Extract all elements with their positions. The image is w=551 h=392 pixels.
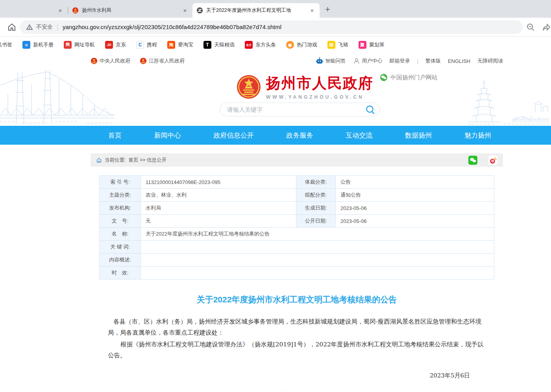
meta-label: 公开日期: (296, 215, 336, 228)
meta-value-publish-date: 2023-05-06 (336, 215, 494, 228)
bookmark-tmall[interactable]: T 天猫精选 (203, 41, 235, 49)
bookmark-fliggy[interactable]: 猪 飞猪 (327, 41, 348, 49)
tab-close-icon[interactable]: × (57, 7, 64, 14)
meta-value-validity (141, 267, 494, 280)
meta-value-title: 关于2022年度扬州市水利工程文明工地考核结果的公告 (141, 228, 494, 241)
juhuasuan-icon: 聚 (359, 41, 366, 49)
nav-data-yangzhou[interactable]: 数据扬州 (405, 131, 432, 140)
meta-value-agency: 水利局 (141, 202, 296, 215)
portal-link[interactable]: 中国扬州门户网站 (380, 74, 438, 81)
tab-yangzhou-water-bureau[interactable]: 扬州市水利局 × (68, 3, 192, 18)
meta-label: 关 键 词: (100, 241, 141, 254)
national-emblem-icon (236, 74, 261, 99)
nav-news-center[interactable]: 新闻中心 (154, 131, 181, 140)
article-body: 关于2022年度扬州市水利工程文明工地考核结果的公告 各县（市、区）水利（务）局… (108, 294, 486, 392)
content-area: 当前位置: 首页 >> 信息公开 索 引 号: 113210000144070 (91, 153, 503, 392)
link-jiangsu-government[interactable]: 江苏省人民政府 (140, 57, 185, 64)
user-center-link[interactable]: 用户中心 (353, 57, 383, 64)
mailbox-login-link[interactable]: 邮箱登录 (390, 57, 410, 64)
bookmark-label: 网址导航 (74, 41, 95, 48)
meta-value-group: 通知公告 (336, 189, 494, 202)
nav-charming-yangzhou[interactable]: 魅力扬州 (464, 131, 491, 140)
bookmark-label: 热门游戏 (297, 41, 317, 48)
table-row: 索 引 号: 11321000014407098E-2023-095 体裁分类:… (100, 176, 494, 189)
site-title: 扬州市人民政府 (266, 74, 373, 93)
search-input[interactable] (227, 106, 365, 113)
bookmark-nav-site[interactable]: 网 网址导航 (64, 41, 95, 49)
weibo-share-icon[interactable] (488, 156, 497, 165)
new-tab-button[interactable]: + (320, 4, 336, 18)
breadcrumb-location-label: 当前位置: (105, 157, 126, 164)
emblem-icon (91, 57, 98, 64)
nav-site-icon: 网 (64, 41, 72, 49)
home-icon[interactable] (7, 22, 17, 32)
link-central-government[interactable]: 中央人民政府 (91, 57, 130, 64)
bookmark-label: 京东 (116, 41, 126, 48)
ctrip-icon: C (136, 41, 144, 49)
url-text[interactable]: yangzhou.gov.cn/yzszxxgk/slj/202305/210c… (63, 24, 281, 30)
emblem-favicon-icon (72, 7, 79, 14)
table-row: 主题分类: 农业、林业、水利 组配分类: 通知公告 (100, 189, 494, 202)
tab-close-icon[interactable]: × (309, 7, 316, 14)
breadcrumb-path[interactable]: 首页 >> 信息公开 (128, 157, 166, 164)
tab-active-announcement[interactable]: 关于2022年度扬州市水利工程文明工地 × (192, 3, 320, 18)
games-icon: ◉ (286, 41, 294, 49)
tab-partial[interactable]: × (0, 3, 68, 18)
tab-title: 扬州市水利局 (82, 7, 178, 14)
bookmark-jd[interactable]: JD 京东 (105, 41, 126, 49)
bookmark-games[interactable]: ◉ 热门游戏 (286, 41, 317, 49)
meta-label: 内容概述: (100, 254, 141, 267)
wechat-icon (380, 74, 388, 81)
bookmark-juhuasuan[interactable]: 聚 聚划算 (359, 41, 385, 49)
portal-label: 中国扬州门户网站 (390, 74, 438, 81)
meta-label: 时 效: (100, 267, 141, 280)
link-label: 无障碍阅读 (477, 57, 503, 64)
browser-tab-strip: × 扬州市水利局 × 关于2022年度扬州市水利工程文明工地 × + (0, 0, 551, 18)
meta-value-summary (141, 254, 494, 267)
table-row: 关 键 词: (100, 241, 494, 254)
meta-label: 名 称: (100, 228, 141, 241)
meta-label: 索 引 号: (100, 176, 141, 189)
share-icon[interactable] (542, 22, 551, 32)
bookmark-ctrip[interactable]: C 携程 (136, 41, 157, 49)
nav-home[interactable]: 首页 (108, 131, 122, 140)
meta-value-index-number: 11321000014407098E-2023-095 (141, 176, 296, 189)
zoom-out-icon[interactable] (526, 22, 535, 32)
meta-value-doc-number: 无 (141, 215, 296, 228)
bookmark-label: 飞猪 (338, 41, 348, 48)
bookmark-mobile[interactable]: 机书签 (0, 41, 12, 48)
main-navigation: 首页 新闻中心 政府信息公开 政务服务 互动交流 数据扬州 魅力扬州 (0, 126, 551, 145)
nav-gov-services[interactable]: 政务服务 (286, 131, 313, 140)
tab-close-icon[interactable]: × (181, 7, 189, 14)
bookmark-manual[interactable]: ≡ 新机手册 (22, 41, 54, 49)
search-icon[interactable] (365, 104, 376, 115)
bookmark-toutiao[interactable]: 东方 东方头条 (245, 41, 276, 49)
tmall-icon: T (203, 41, 211, 49)
document-meta-table: 索 引 号: 11321000014407098E-2023-095 体裁分类:… (99, 175, 494, 280)
nav-gov-info-disclosure[interactable]: 政府信息公开 (214, 131, 254, 140)
table-row: 文 号: 无 公开日期: 2023-05-06 (100, 215, 494, 228)
accessibility-link[interactable]: 无障碍阅读 (477, 57, 503, 64)
bookmark-taobao[interactable]: 淘 爱淘宝 (167, 41, 193, 49)
traditional-chinese-link[interactable]: 繁体版 (425, 57, 441, 64)
bookmark-label: 爱淘宝 (178, 41, 193, 48)
omnibox-divider (57, 24, 58, 31)
site-favicon-icon (196, 7, 203, 14)
english-link[interactable]: ENGLISH (448, 58, 470, 64)
home-breadcrumb-icon[interactable] (96, 157, 102, 163)
tab-title: 关于2022年度扬州市水利工程文明工地 (206, 7, 305, 14)
bookmark-label: 机书签 (0, 41, 12, 48)
address-bar[interactable]: 不安全 yangzhou.gov.cn/yzszxxgk/slj/202305/… (20, 20, 523, 34)
nav-interaction[interactable]: 互动交流 (346, 131, 372, 140)
table-row: 时 效: (100, 267, 494, 280)
meta-label: 主题分类: (100, 189, 141, 202)
security-label[interactable]: 不安全 (36, 24, 53, 31)
site-logo[interactable]: 扬州市人民政府 WWW.YANGZHOU.GOV.CN (236, 74, 373, 100)
wechat-share-icon[interactable] (468, 156, 477, 165)
smart-qa-link[interactable]: 智能问答 (316, 57, 346, 65)
bookmark-label: 天猫精选 (214, 41, 235, 48)
bookmarks-bar: 机书签 ≡ 新机手册 网 网址导航 JD 京东 C 携程 淘 爱淘宝 T 天猫精… (0, 37, 551, 53)
security-warning-icon[interactable] (26, 24, 33, 31)
taobao-icon: 淘 (167, 41, 175, 49)
toutiao-icon: 东方 (245, 41, 253, 49)
